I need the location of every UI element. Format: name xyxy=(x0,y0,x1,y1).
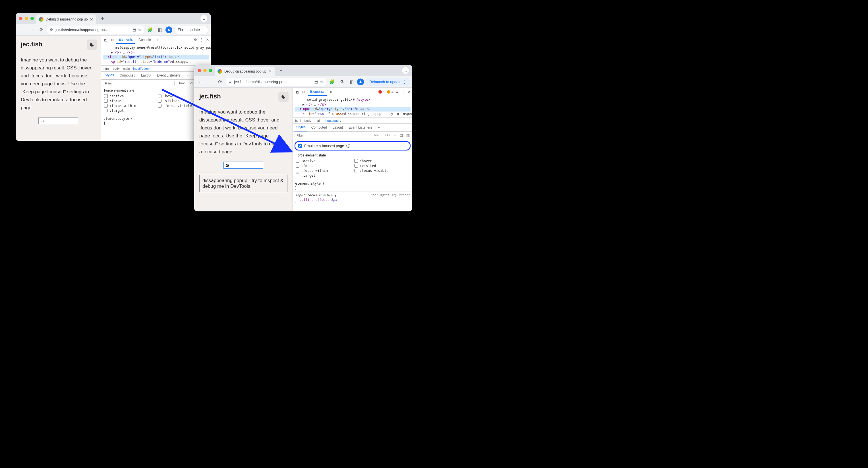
subtab-layout[interactable]: Layout xyxy=(331,124,345,131)
sidepanel-icon[interactable]: ◧ xyxy=(347,78,355,86)
inspect-icon[interactable]: ◩ xyxy=(294,90,300,94)
filter-input[interactable] xyxy=(103,81,175,86)
cls-toggle[interactable]: .cls xyxy=(382,134,392,137)
sidepanel-icon[interactable]: ◧ xyxy=(156,26,164,34)
page-paragraph: Imagine you want to debug the dissappear… xyxy=(21,56,96,112)
tab-elements[interactable]: Elements xyxy=(308,88,327,96)
site-settings-icon[interactable]: ⚙ xyxy=(228,80,232,84)
maximize-window-icon[interactable] xyxy=(209,69,212,72)
inspect-icon[interactable]: ◩ xyxy=(103,38,108,42)
selected-dom-node[interactable]: <input id="query" type="text"> == $0 xyxy=(103,55,209,59)
state-active[interactable]: :active xyxy=(296,159,351,163)
labs-icon[interactable]: ⚗ xyxy=(338,78,346,86)
forward-button[interactable]: → xyxy=(28,26,35,34)
browser-tab[interactable]: Debug disappearing pop up ✕ xyxy=(215,66,275,76)
state-hover[interactable]: :hover xyxy=(354,159,409,163)
address-bar[interactable]: ⚙ jec.fish/demo/disappearing-po… ⬒ ☆ xyxy=(225,78,327,86)
state-target[interactable]: :target xyxy=(296,174,351,178)
emulate-focused-page[interactable]: Emulate a focused page ? xyxy=(294,141,410,150)
error-count[interactable]: 2 xyxy=(378,90,384,94)
minimize-window-icon[interactable] xyxy=(203,69,207,72)
subtab-styles[interactable]: Styles xyxy=(103,72,116,79)
state-visited[interactable]: :visited xyxy=(354,164,409,168)
browser-tab[interactable]: Debug disappearing pop up ✕ xyxy=(36,14,96,24)
tab-more-icon[interactable]: » xyxy=(154,35,161,44)
relaunch-update-button[interactable]: Relaunch to update⋮ xyxy=(366,78,410,86)
add-rule-icon[interactable]: + xyxy=(393,133,397,138)
hov-toggle[interactable]: :hov xyxy=(371,134,380,137)
subtab-computed[interactable]: Computed xyxy=(310,124,329,131)
device-toggle-icon[interactable]: ⫿⫿ xyxy=(301,90,307,94)
reload-button[interactable]: ⟳ xyxy=(37,26,45,34)
css-focus-visible-rule[interactable]: user agent stylesheet input:focus-visibl… xyxy=(293,192,412,208)
hov-toggle[interactable]: :hov xyxy=(176,81,186,85)
tab-search-button[interactable]: ⌄ xyxy=(402,67,409,74)
extensions-icon[interactable]: 🧩 xyxy=(328,78,336,86)
forward-button[interactable]: → xyxy=(206,78,214,86)
kebab-icon[interactable]: ⋮ xyxy=(200,38,203,42)
filter-row: :hov .cls + ▤ ▥ xyxy=(293,132,412,139)
tab-search-button[interactable]: ⌄ xyxy=(200,15,207,22)
subtab-computed[interactable]: Computed xyxy=(118,72,137,79)
query-input[interactable] xyxy=(38,117,78,124)
tab-elements[interactable]: Elements xyxy=(116,35,135,44)
tab-console[interactable]: Console xyxy=(136,35,153,44)
warning-count[interactable]: 3 xyxy=(387,90,393,94)
css-element-style[interactable]: element.style { } xyxy=(293,180,412,192)
close-window-icon[interactable] xyxy=(19,17,23,20)
site-settings-icon[interactable]: ⚙ xyxy=(50,28,53,32)
tab-more-icon[interactable]: » xyxy=(328,88,334,96)
device-toggle-icon[interactable]: ⫿⫿ xyxy=(110,38,115,42)
settings-icon[interactable]: ⚙ xyxy=(396,90,399,94)
devtools-tabs: ◩ ⫿⫿ Elements Console » ⚙ ⋮ ✕ xyxy=(101,35,211,44)
address-bar[interactable]: ⚙ jec.fish/demo/disappearing-po… ⬒ ☆ xyxy=(47,26,145,34)
state-target[interactable]: :target xyxy=(104,109,154,113)
new-tab-button[interactable]: + xyxy=(98,14,106,23)
install-app-icon[interactable]: ⬒ xyxy=(132,28,136,32)
extensions-icon[interactable]: 🧩 xyxy=(146,26,154,34)
tab-close-icon[interactable]: ✕ xyxy=(90,17,93,22)
subtab-listeners[interactable]: Event Listeners xyxy=(155,72,182,79)
minimize-window-icon[interactable] xyxy=(25,17,28,20)
kebab-icon[interactable]: ⋮ xyxy=(401,90,405,94)
state-focus[interactable]: :focus xyxy=(296,164,351,168)
finish-update-button[interactable]: Finish update⋮ xyxy=(174,26,208,34)
state-focus-within[interactable]: :focus-within xyxy=(104,104,154,108)
state-focus-within[interactable]: :focus-within xyxy=(296,169,351,173)
settings-icon[interactable]: ⚙ xyxy=(194,38,197,42)
maximize-window-icon[interactable] xyxy=(30,17,34,20)
dark-mode-toggle[interactable] xyxy=(87,39,97,50)
subtab-layout[interactable]: Layout xyxy=(139,72,153,79)
query-input[interactable] xyxy=(223,162,263,169)
state-focus[interactable]: :focus xyxy=(104,99,154,103)
filter-input[interactable] xyxy=(294,133,369,138)
subtab-more-icon[interactable]: » xyxy=(185,72,190,79)
back-button[interactable]: ← xyxy=(196,78,205,86)
profile-avatar[interactable] xyxy=(357,79,364,85)
bookmark-icon[interactable]: ☆ xyxy=(138,28,142,32)
close-devtools-icon[interactable]: ✕ xyxy=(408,90,410,94)
dom-tree[interactable]: solid gray;padding:10px}</style> ▶ <p> …… xyxy=(293,96,412,117)
install-app-icon[interactable]: ⬒ xyxy=(314,80,318,84)
reload-button[interactable]: ⟳ xyxy=(216,78,224,86)
subtab-more-icon[interactable]: » xyxy=(376,124,381,131)
selected-dom-node[interactable]: <input id="query" type="text"> == $0 xyxy=(294,107,410,112)
dark-mode-toggle[interactable] xyxy=(278,92,288,102)
state-focus-visible[interactable]: :focus-visible xyxy=(354,169,409,173)
close-window-icon[interactable] xyxy=(197,69,201,72)
new-tab-button[interactable]: + xyxy=(277,66,285,75)
subtab-styles[interactable]: Styles xyxy=(294,124,307,131)
close-devtools-icon[interactable]: ✕ xyxy=(206,38,209,42)
tab-close-icon[interactable]: ✕ xyxy=(269,69,272,74)
state-active[interactable]: :active xyxy=(104,94,154,98)
back-button[interactable]: ← xyxy=(18,26,26,34)
profile-avatar[interactable] xyxy=(165,26,172,33)
subtab-listeners[interactable]: Event Listeners xyxy=(347,124,374,131)
computed-sidebar-icon[interactable]: ▤ xyxy=(399,133,404,138)
dom-tree[interactable]: me{display:none}#result{border:1px solid… xyxy=(101,44,211,65)
emulate-checkbox[interactable] xyxy=(298,144,302,148)
bookmark-icon[interactable]: ☆ xyxy=(320,80,323,84)
breadcrumb[interactable]: html body main input#query xyxy=(293,117,412,124)
help-icon[interactable]: ? xyxy=(346,144,350,148)
panel-layout-icon[interactable]: ▥ xyxy=(405,133,410,138)
